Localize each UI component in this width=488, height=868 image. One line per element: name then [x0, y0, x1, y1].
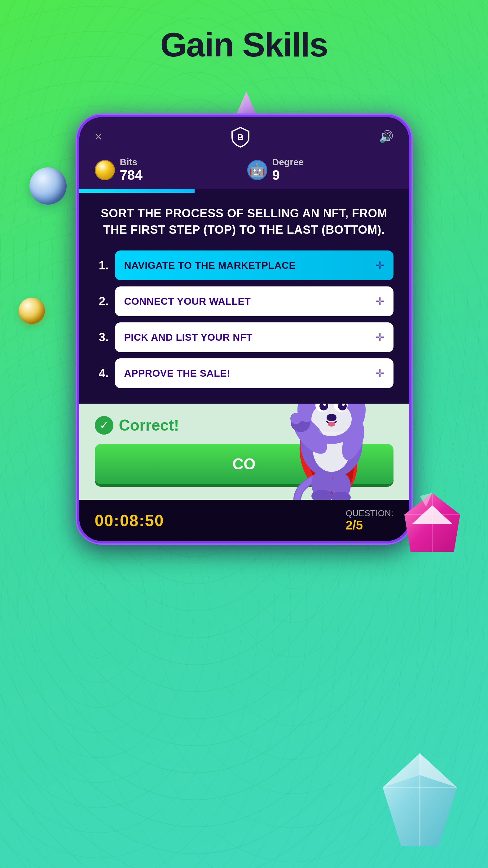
continue-label: CO: [232, 455, 256, 473]
answer-num-2: 2.: [95, 295, 109, 308]
question-counter: QUESTION: 2/5: [346, 508, 393, 532]
drag-icon-3: ✛: [376, 331, 384, 343]
degree-stat: 🤖 Degree 9: [247, 157, 393, 183]
brand-logo: B: [230, 126, 251, 148]
answer-text-2: CONNECT YOUR WALLET: [124, 296, 251, 307]
degree-value: 9: [272, 167, 304, 183]
mascot-character: [269, 404, 393, 500]
answer-text-3: PICK AND LIST YOUR NFT: [124, 332, 253, 343]
svg-point-31: [328, 422, 335, 427]
correct-text: Correct!: [119, 416, 179, 434]
answer-text-1: NAVIGATE TO THE MARKETPLACE: [124, 260, 296, 271]
answer-num-3: 3.: [95, 331, 109, 344]
drag-icon-1: ✛: [376, 259, 384, 272]
progress-bar-container: [79, 189, 409, 193]
svg-point-30: [327, 414, 336, 421]
answer-num-4: 4.: [95, 367, 109, 380]
question-text: SORT THE PROCESS OF SELLING AN NFT, FROM…: [95, 205, 393, 238]
stats-bar: Bits 784 🤖 Degree 9: [79, 154, 409, 189]
bits-value: 784: [120, 167, 142, 183]
answer-row-1: 1. NAVIGATE TO THE MARKETPLACE ✛: [95, 250, 393, 280]
answer-row-4: 4. APPROVE THE SALE! ✛: [95, 359, 393, 388]
degree-label: Degree: [272, 157, 304, 167]
answer-row-2: 2. CONNECT YOUR WALLET ✛: [95, 286, 393, 316]
drag-icon-2: ✛: [376, 295, 384, 308]
correct-check-icon: ✓: [95, 416, 113, 435]
result-area: ✓ Correct! CO: [79, 404, 409, 500]
phone-frame: × B 🔊 Bits 784 🤖: [77, 115, 412, 544]
phone-footer: 00:08:50 QUESTION: 2/5: [79, 500, 409, 541]
deco-crystal: [377, 750, 463, 849]
bits-label: Bits: [120, 157, 142, 167]
answer-button-1[interactable]: NAVIGATE TO THE MARKETPLACE ✛: [115, 250, 393, 280]
answer-text-4: APPROVE THE SALE!: [124, 368, 230, 379]
close-button[interactable]: ×: [95, 129, 103, 144]
timer-display: 00:08:50: [95, 511, 164, 530]
degree-icon: 🤖: [247, 160, 267, 180]
deco-gold-sphere: [19, 298, 45, 324]
deco-blue-sphere: [29, 167, 67, 205]
bits-label-group: Bits 784: [120, 157, 142, 183]
answer-button-3[interactable]: PICK AND LIST YOUR NFT ✛: [115, 322, 393, 352]
deco-gem-pink: [398, 490, 466, 558]
page-title: Gain Skills: [0, 0, 488, 64]
answer-row-3: 3. PICK AND LIST YOUR NFT ✛: [95, 322, 393, 352]
sound-icon[interactable]: 🔊: [379, 130, 393, 144]
answers-area: 1. NAVIGATE TO THE MARKETPLACE ✛ 2. CONN…: [79, 247, 409, 404]
bits-stat: Bits 784: [95, 157, 241, 183]
question-value: 2/5: [346, 518, 393, 532]
svg-text:B: B: [237, 132, 243, 142]
drag-icon-4: ✛: [376, 367, 384, 379]
degree-face-icon: 🤖: [249, 162, 265, 178]
answer-button-2[interactable]: CONNECT YOUR WALLET ✛: [115, 286, 393, 316]
phone-container: × B 🔊 Bits 784 🤖: [77, 115, 412, 544]
coin-icon: [95, 160, 115, 180]
phone-header: × B 🔊: [79, 117, 409, 154]
progress-bar-fill: [79, 189, 195, 193]
question-area: SORT THE PROCESS OF SELLING AN NFT, FROM…: [79, 193, 409, 247]
answer-num-1: 1.: [95, 259, 109, 272]
degree-label-group: Degree 9: [272, 157, 304, 183]
svg-point-37: [302, 413, 312, 422]
answer-button-4[interactable]: APPROVE THE SALE! ✛: [115, 359, 393, 388]
question-label: QUESTION:: [346, 508, 393, 518]
